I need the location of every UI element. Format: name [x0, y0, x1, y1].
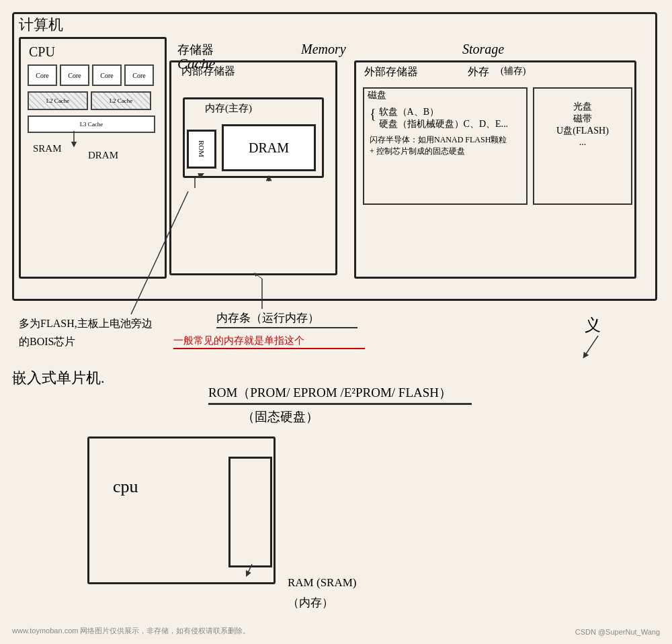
- disk-label: 磁盘: [368, 89, 386, 101]
- disk-item-3: 闪存半导体：如用NANAD FLASH颗粒: [370, 134, 521, 146]
- wai-cun-label: 外存: [468, 65, 489, 79]
- l3-cache: L3 Cache: [28, 116, 155, 133]
- fu-cun-label: (辅存): [501, 65, 526, 77]
- disk-item-4: + 控制芯片制成的固态硬盘: [370, 146, 521, 157]
- rom-box: ROM: [187, 130, 216, 169]
- flash-annotation: 多为FLASH,主板上电池旁边 的BOIS芯片: [19, 314, 153, 351]
- core-box-4: Core: [124, 64, 154, 86]
- core-box-1: Core: [28, 64, 57, 86]
- ssd-annotation: （固态硬盘）: [242, 408, 319, 426]
- disk-item-2: 硬盘（指机械硬盘）C、D、E...: [379, 118, 509, 130]
- core-box-3: Core: [92, 64, 122, 86]
- disk-box: { 软盘（A、B） 硬盘（指机械硬盘）C、D、E... 闪存半导体：如用NANA…: [363, 87, 528, 205]
- mcu-cpu-label: cpu: [113, 477, 138, 497]
- ram-label: 内存(主存): [205, 102, 252, 115]
- page: 计算机 CPU Core Core Core Core L2 Cache L2 …: [0, 0, 672, 644]
- optical-label: 光盘: [540, 101, 626, 113]
- optical-box: 光盘 磁带 U盘(FLASH) ...: [533, 87, 632, 205]
- l2-row: L2 Cache L2 Cache: [28, 91, 151, 110]
- nei-cun-label: （内存）: [288, 596, 333, 609]
- flash-annotation-line1: 多为FLASH,主板上电池旁边: [19, 314, 153, 332]
- l2-cache-2: L2 Cache: [91, 91, 151, 110]
- memory-bar-annotation: 内存条（运行内存）: [216, 310, 358, 328]
- inner-storage-label: 内部存储器: [181, 64, 235, 79]
- footer-right: CSDN @SuperNut_Wang: [575, 628, 660, 636]
- footer-left: www.toymoban.com 网络图片仅供展示，非存储，如有侵权请联系删除。: [12, 626, 250, 636]
- l2-cache-1: L2 Cache: [28, 91, 88, 110]
- embedded-label: 嵌入式单片机.: [12, 368, 105, 388]
- memory-bar-label: 内存条（运行内存）: [216, 312, 319, 324]
- ram-label-annotation: RAM (SRAM): [288, 576, 357, 589]
- rom-types-label: ROM（PROM/ EPROM /E²PROM/ FLASH）: [208, 385, 452, 400]
- cpu-box: CPU Core Core Core Core L2 Cache L2 Cach…: [19, 37, 167, 279]
- usb-label: U盘(FLASH): [540, 125, 626, 137]
- ellipsis-label: ...: [540, 137, 626, 148]
- outer-storage-label: 外部存储器: [364, 65, 418, 79]
- disk-items: { 软盘（A、B） 硬盘（指机械硬盘）C、D、E... 闪存半导体：如用NANA…: [370, 106, 521, 157]
- common-memory-label: 一般常见的内存就是单指这个: [173, 335, 304, 346]
- yi-annotation: 义: [585, 314, 601, 336]
- sram-label: SRAM: [33, 143, 62, 154]
- tape-label: 磁带: [540, 113, 626, 125]
- dram-box: DRAM: [222, 124, 316, 171]
- cpu-label: CPU: [29, 44, 55, 60]
- core-box-2: Core: [60, 64, 89, 86]
- disk-item-1: 软盘（A、B）: [379, 106, 509, 118]
- svg-line-7: [585, 336, 598, 356]
- mcu-inner-box: [228, 457, 272, 567]
- flash-annotation-line2: 的BOIS芯片: [19, 332, 153, 351]
- computer-label: 计算机: [19, 15, 63, 35]
- dram-label: DRAM: [249, 140, 289, 156]
- cores-row: Core Core Core Core: [28, 64, 154, 86]
- rom-annotation: ROM（PROM/ EPROM /E²PROM/ FLASH）: [208, 384, 472, 405]
- storage-en-label: Storage: [462, 42, 504, 57]
- memory-en-label: Memory: [301, 42, 346, 57]
- nei-cun-annotation: （内存）: [288, 595, 333, 610]
- ram-annotation: RAM (SRAM): [288, 576, 357, 590]
- common-memory-annotation: 一般常见的内存就是单指这个: [173, 334, 365, 349]
- dram-cpu-label: DRAM: [88, 150, 118, 161]
- optical-items: 光盘 磁带 U盘(FLASH) ...: [540, 101, 626, 148]
